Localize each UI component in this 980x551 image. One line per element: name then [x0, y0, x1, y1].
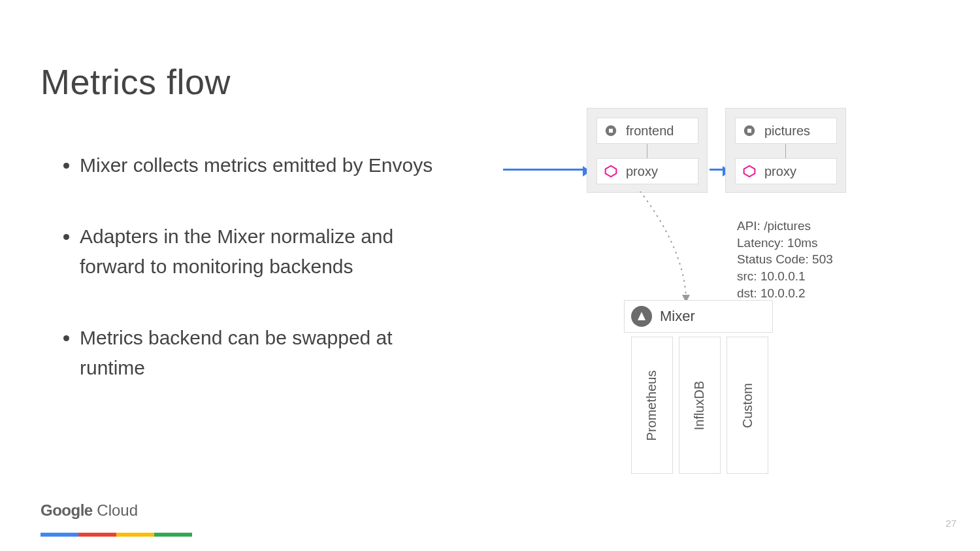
bar-red — [78, 533, 116, 537]
adapter-prometheus: Prometheus — [631, 337, 673, 474]
svg-rect-1 — [609, 129, 613, 133]
logo-text: Cloud — [93, 501, 138, 519]
proxy-frontend: proxy — [596, 158, 698, 184]
connector-line — [647, 144, 647, 158]
bullet-item: Adapters in the Mixer normalize and forw… — [80, 222, 446, 282]
engine-icon — [604, 124, 618, 138]
metrics-annotation: API: /pictures Latency: 10ms Status Code… — [737, 218, 833, 301]
pod-frontend: frontend proxy — [587, 108, 708, 193]
metrics-line: Status Code: 503 — [737, 251, 833, 268]
pod-pictures: pictures proxy — [725, 108, 846, 193]
pod-pictures-label: pictures — [735, 118, 837, 144]
svg-marker-5 — [744, 166, 755, 177]
metrics-line: Latency: 10ms — [737, 235, 833, 252]
bar-yellow — [116, 533, 154, 537]
adapter-influxdb: InfluxDB — [679, 337, 721, 474]
bar-blue — [41, 533, 78, 537]
page-number: 27 — [945, 518, 956, 529]
proxy-pictures: proxy — [735, 158, 837, 184]
svg-marker-7 — [638, 312, 645, 320]
pod-name: frontend — [626, 124, 674, 139]
metrics-line: dst: 10.0.0.2 — [737, 285, 833, 302]
slide-title: Metrics flow — [41, 61, 231, 102]
architecture-diagram: frontend proxy pictures — [503, 107, 960, 512]
bar-green — [154, 533, 192, 537]
adapter-label: Custom — [740, 383, 755, 428]
svg-marker-2 — [606, 166, 617, 177]
bullet-item: Mixer collects metrics emitted by Envoys — [80, 150, 446, 181]
arrow-in — [503, 169, 589, 171]
logo-bold: Google — [41, 501, 93, 519]
metrics-line: API: /pictures — [737, 218, 833, 235]
adapter-label: Prometheus — [645, 370, 660, 441]
dotted-arrow — [614, 192, 745, 309]
pod-name: pictures — [764, 124, 810, 139]
adapter-label: InfluxDB — [693, 380, 708, 430]
metrics-line: src: 10.0.0.1 — [737, 268, 833, 285]
connector-line — [785, 144, 786, 158]
istio-icon — [631, 306, 652, 327]
svg-rect-4 — [747, 129, 751, 133]
bullet-list: Mixer collects metrics emitted by Envoys… — [60, 150, 446, 424]
footer-logo: Google Cloud — [41, 501, 138, 520]
pod-frontend-label: frontend — [596, 118, 698, 144]
slide: Metrics flow Mixer collects metrics emit… — [0, 0, 980, 551]
hexagon-icon — [742, 164, 757, 178]
mixer-box: Mixer — [624, 300, 773, 333]
bullet-item: Metrics backend can be swapped at runtim… — [80, 323, 446, 384]
mixer-label: Mixer — [660, 308, 695, 325]
engine-icon — [742, 124, 757, 138]
adapter-custom: Custom — [727, 337, 768, 474]
brand-color-bar — [41, 533, 192, 537]
proxy-label: proxy — [626, 164, 658, 179]
hexagon-icon — [604, 164, 618, 178]
proxy-label: proxy — [764, 164, 796, 179]
